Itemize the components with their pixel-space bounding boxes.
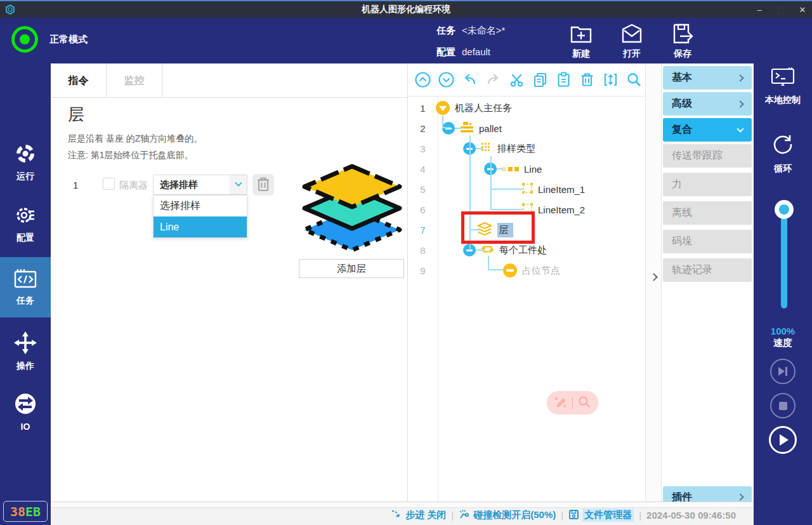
magnifier-icon bbox=[577, 395, 591, 411]
delete-layer-button[interactable] bbox=[252, 174, 274, 196]
tree-connector bbox=[455, 128, 462, 129]
undo-icon[interactable] bbox=[461, 71, 478, 88]
copy-icon[interactable] bbox=[532, 71, 549, 88]
tree-connector bbox=[476, 148, 483, 149]
local-control-button[interactable]: 本地控制 bbox=[754, 67, 812, 106]
magic-pen-icon bbox=[554, 395, 568, 411]
delete-icon[interactable] bbox=[579, 71, 596, 88]
new-icon bbox=[570, 23, 593, 46]
category-item-trajectory[interactable]: 轨迹记录 bbox=[663, 258, 752, 282]
dropdown-option-line[interactable]: Line bbox=[154, 216, 247, 237]
panel-expander[interactable] bbox=[645, 63, 662, 502]
trash-icon bbox=[256, 176, 270, 194]
speed-percent: 100% bbox=[754, 326, 812, 336]
tree-row-line[interactable]: 4 Line bbox=[408, 159, 645, 179]
page-title: 层 bbox=[68, 103, 84, 126]
category-composite-expanded[interactable]: 复合 bbox=[663, 118, 752, 142]
new-button[interactable]: 新建 bbox=[561, 23, 601, 60]
layer-row-index: 1 bbox=[73, 180, 78, 190]
save-button[interactable]: 保存 bbox=[662, 23, 703, 60]
config-label: 配置 bbox=[436, 45, 455, 59]
instruction-panel: 指令 监控 层 层是沿着 基座 的Z轴方向堆叠的。 注意: 第1层始终位于托盘底… bbox=[51, 63, 408, 502]
tree-connector bbox=[497, 168, 503, 169]
category-item-palletize[interactable]: 码垛 bbox=[663, 230, 752, 253]
tree-row-pallet[interactable]: 2 pallet bbox=[408, 118, 645, 138]
tree-row-placeholder[interactable]: 9 占位节点 bbox=[408, 260, 645, 281]
maximize-button[interactable]: ▢ bbox=[771, 2, 790, 17]
file-manager-status[interactable]: 文件管理器 bbox=[568, 508, 634, 522]
speed-slider-knob[interactable] bbox=[775, 200, 794, 219]
category-item-conveyor[interactable]: 传送带跟踪 bbox=[663, 144, 752, 168]
annotation-red-box bbox=[461, 211, 535, 244]
minimize-button[interactable]: – bbox=[750, 2, 769, 17]
collapse-icon[interactable] bbox=[602, 71, 619, 88]
nav-item-run[interactable]: 运行 bbox=[0, 136, 51, 187]
add-layer-button[interactable]: 添加层 bbox=[299, 259, 404, 278]
layers-illustration bbox=[298, 164, 406, 260]
step-next-button[interactable] bbox=[770, 359, 796, 384]
nav-item-io[interactable]: IO bbox=[0, 386, 51, 437]
category-item-offline[interactable]: 离线 bbox=[663, 201, 752, 225]
chevron-right-icon bbox=[650, 273, 658, 281]
terminal-icon bbox=[771, 67, 795, 90]
nav-item-config[interactable]: 配置 bbox=[0, 198, 51, 249]
collision-detection-status[interactable]: 碰撞检测开启(50%) bbox=[459, 508, 556, 522]
category-basic[interactable]: 基本 bbox=[663, 66, 752, 90]
pattern-dropdown: 选择排样 Line bbox=[153, 195, 247, 238]
category-item-force[interactable]: 力 bbox=[663, 173, 752, 196]
cut-icon[interactable] bbox=[508, 71, 525, 88]
play-button[interactable] bbox=[769, 426, 797, 454]
close-button[interactable]: ✕ bbox=[793, 2, 812, 17]
mode-green-icon bbox=[11, 26, 38, 53]
stop-icon bbox=[779, 402, 787, 410]
pattern-select[interactable]: 选择排样 bbox=[153, 175, 247, 195]
paste-icon[interactable] bbox=[555, 71, 572, 88]
chevron-down-icon[interactable] bbox=[230, 175, 247, 194]
pattern-select-value: 选择排样 bbox=[154, 179, 230, 191]
separator-label: 隔离器 bbox=[119, 180, 148, 192]
line-pattern-icon bbox=[502, 164, 519, 174]
tree-connector bbox=[442, 116, 443, 128]
category-panel: 基本 高级 复合 传送带跟踪 力 离线 码垛 轨迹记录 插件 bbox=[662, 63, 754, 502]
nav-item-task-active[interactable]: 任务 bbox=[0, 257, 51, 317]
statusbar-strip bbox=[51, 502, 754, 508]
redo-icon[interactable] bbox=[485, 71, 502, 88]
category-advanced[interactable]: 高级 bbox=[663, 92, 752, 116]
lineitem-icon bbox=[522, 183, 533, 196]
tree-connector bbox=[476, 249, 483, 251]
code-window-icon bbox=[14, 269, 37, 291]
save-icon bbox=[671, 23, 694, 46]
move-up-icon[interactable] bbox=[414, 71, 431, 88]
collapse-minus-icon[interactable] bbox=[442, 122, 455, 135]
move-arrows-icon bbox=[14, 331, 37, 356]
search-icon[interactable] bbox=[625, 71, 643, 88]
mode-label: 正常模式 bbox=[49, 34, 88, 46]
tab-instruction[interactable]: 指令 bbox=[51, 63, 107, 98]
open-button[interactable]: 打开 bbox=[612, 23, 652, 60]
separator-checkbox[interactable] bbox=[103, 178, 115, 190]
panel-tabbar: 指令 监控 bbox=[51, 63, 407, 98]
collapse-triangle-icon[interactable] bbox=[436, 101, 450, 115]
chevron-right-icon bbox=[737, 100, 743, 107]
tree-row-lineitem-1[interactable]: 5 LineItem_1 bbox=[408, 179, 645, 199]
right-control-rail: 本地控制 循环 100% 速度 bbox=[754, 18, 812, 525]
tree-row-root[interactable]: 1 机器人主任务 bbox=[408, 98, 645, 118]
description-line2: 注意: 第1层始终位于托盘底部。 bbox=[68, 150, 193, 161]
screenshot-tool-overlay bbox=[547, 391, 598, 415]
tab-monitor[interactable]: 监控 bbox=[107, 63, 162, 98]
description-line1: 层是沿着 基座 的Z轴方向堆叠的。 bbox=[68, 133, 202, 145]
tree-connector bbox=[491, 189, 523, 190]
loop-button[interactable]: 循环 bbox=[754, 132, 812, 175]
speed-slider-track[interactable] bbox=[781, 208, 787, 309]
gear-icon bbox=[15, 204, 36, 228]
step-mode-status[interactable]: 步进 关闭 bbox=[391, 509, 446, 521]
speed-label: 速度 bbox=[754, 337, 812, 349]
nav-item-operate[interactable]: 操作 bbox=[0, 325, 51, 376]
move-down-icon[interactable] bbox=[438, 71, 455, 88]
timestamp: 2024-05-30 09:46:50 bbox=[646, 510, 736, 521]
tree-toolbar bbox=[408, 63, 645, 96]
task-label: 任务 bbox=[436, 23, 455, 37]
stop-button[interactable] bbox=[770, 393, 796, 418]
dropdown-option-default[interactable]: 选择排样 bbox=[154, 196, 247, 216]
tree-row-pattern-type[interactable]: 3 排样类型 bbox=[408, 138, 645, 159]
